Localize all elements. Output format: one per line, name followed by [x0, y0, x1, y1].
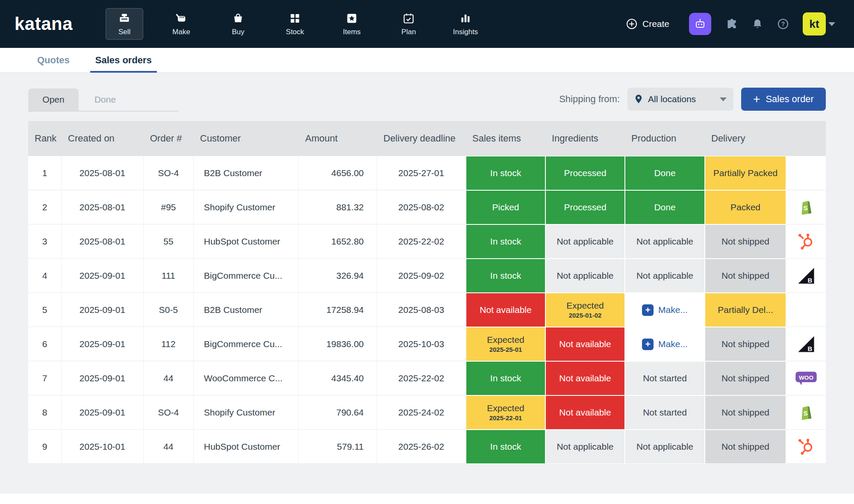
status-badge: Not shipped	[705, 362, 786, 395]
table-row[interactable]: 1 2025-08-01 SO-4 B2B Customer 4656.00 2…	[28, 156, 826, 190]
woocommerce-icon: WOO	[795, 370, 817, 387]
table-row[interactable]: 7 2025-09-01 44 WooCommerce C... 4345.40…	[28, 361, 826, 395]
account-chevron-down-icon[interactable]	[828, 22, 835, 26]
location-dropdown[interactable]: All locations	[627, 88, 733, 111]
production-status-cell: Not applicable	[625, 224, 705, 259]
delivery-deadline-cell: 2025-22-02	[377, 224, 466, 259]
plus-icon: +	[642, 339, 654, 350]
notifications-button[interactable]	[751, 18, 763, 30]
column-header: Sales items	[466, 121, 545, 156]
rank-cell: 5	[28, 293, 62, 327]
rank-cell: 7	[28, 361, 62, 395]
platform-icon-cell	[786, 224, 826, 259]
delivery-status-cell: Partially Packed	[705, 156, 786, 190]
order-number-link[interactable]: 112	[144, 327, 194, 361]
status-badge: Not applicable	[546, 225, 624, 258]
order-number-link[interactable]: 111	[144, 259, 194, 293]
question-icon: ?	[777, 18, 789, 30]
platform-icon-cell: WOO	[786, 361, 826, 395]
ingredients-status-cell: Not available	[545, 327, 625, 361]
ingredients-status-cell: Not applicable	[545, 430, 625, 464]
table-row[interactable]: 5 2025-09-01 S0-5 B2B Customer 17258.94 …	[28, 293, 826, 327]
tab-done[interactable]: Done	[79, 88, 132, 111]
order-number-link[interactable]: SO-4	[144, 156, 194, 190]
assistant-button[interactable]	[689, 13, 711, 35]
table-row[interactable]: 6 2025-09-01 112 BigCommerce Cu... 19836…	[28, 327, 826, 361]
svg-text:B: B	[807, 276, 812, 283]
orders-head-row: RankCreated onOrder #CustomerAmountDeliv…	[28, 121, 826, 156]
order-number-link[interactable]: SO-4	[144, 395, 194, 430]
new-sales-order-button[interactable]: + Sales order	[741, 88, 826, 111]
nav-item-plan[interactable]: Plan	[390, 8, 427, 40]
create-label: Create	[642, 19, 669, 29]
production-status-cell: Not applicable	[625, 430, 705, 464]
orders-tbody: 1 2025-08-01 SO-4 B2B Customer 4656.00 2…	[28, 156, 826, 464]
created-on-cell: 2025-09-01	[62, 361, 144, 395]
delivery-status-cell: Not shipped	[705, 259, 786, 293]
tab-quotes[interactable]: Quotes	[37, 48, 70, 72]
svg-text:?: ?	[781, 21, 785, 27]
nav-item-sell[interactable]: Sell	[106, 8, 143, 40]
top-navbar: katana Sell Make Buy Stock	[0, 0, 854, 48]
platform-icon-cell	[786, 293, 826, 327]
nav-item-stock[interactable]: Stock	[276, 8, 314, 40]
customer-cell: BigCommerce Cu...	[194, 259, 299, 293]
customer-cell: HubSpot Customer	[194, 430, 299, 464]
avatar-initials: kt	[809, 18, 819, 31]
nav-item-items[interactable]: Items	[333, 8, 371, 40]
production-status-cell: Not started	[625, 361, 705, 395]
order-number-link[interactable]: 44	[144, 361, 194, 395]
customer-cell: WooCommerce C...	[194, 361, 299, 395]
help-button[interactable]: ?	[777, 18, 789, 30]
nav-label: Make	[172, 28, 190, 36]
katana-logo: katana	[15, 14, 73, 34]
status-badge: Partially Packed	[705, 156, 786, 190]
status-badge: In stock	[466, 156, 545, 190]
order-number-link[interactable]: 44	[144, 430, 194, 464]
nav-label: Insights	[453, 28, 478, 36]
integrations-button[interactable]	[725, 18, 738, 30]
customer-cell: HubSpot Customer	[194, 224, 299, 259]
rank-cell: 4	[28, 259, 62, 293]
create-button[interactable]: Create	[626, 18, 669, 29]
column-header: Rank	[28, 121, 62, 156]
nav-label: Sell	[118, 28, 130, 36]
status-badge: Not available	[546, 327, 624, 361]
make-button[interactable]: +Make...	[625, 293, 704, 327]
table-row[interactable]: 3 2025-08-01 55 HubSpot Customer 1652.80…	[28, 224, 826, 259]
nav-item-make[interactable]: Make	[162, 8, 200, 40]
table-row[interactable]: 8 2025-09-01 SO-4 Shopify Customer 790.6…	[28, 395, 826, 430]
insights-icon	[459, 12, 472, 25]
delivery-status-cell: Not shipped	[705, 224, 786, 259]
sales-items-status-cell: In stock	[466, 361, 545, 395]
table-row[interactable]: 4 2025-09-01 111 BigCommerce Cu... 326.9…	[28, 259, 826, 293]
status-badge: Processed	[546, 156, 624, 190]
make-button[interactable]: +Make...	[625, 327, 704, 361]
svg-text:WOO: WOO	[798, 374, 813, 380]
delivery-status-cell: Not shipped	[705, 430, 786, 464]
table-row[interactable]: 9 2025-10-01 44 HubSpot Customer 579.11 …	[28, 430, 826, 464]
delivery-status-cell: Not shipped	[705, 395, 786, 430]
table-row[interactable]: 2 2025-08-01 #95 Shopify Customer 881.32…	[28, 190, 826, 224]
status-badge: Not available	[546, 362, 624, 395]
open-done-toggle: Open Done	[28, 88, 179, 112]
avatar[interactable]: kt	[803, 12, 826, 35]
ingredients-status-cell: Not applicable	[545, 224, 625, 259]
column-header: Order #	[144, 121, 194, 156]
status-badge: In stock	[466, 430, 545, 463]
nav-item-buy[interactable]: Buy	[219, 8, 257, 40]
sales-items-status-cell: Expected2025-22-01	[466, 395, 545, 430]
delivery-deadline-cell: 2025-08-02	[377, 190, 466, 224]
nav-item-insights[interactable]: Insights	[447, 8, 484, 40]
platform-icon-cell: B	[786, 259, 826, 293]
tab-open[interactable]: Open	[28, 88, 79, 111]
sales-orders-table: RankCreated onOrder #CustomerAmountDeliv…	[28, 121, 826, 464]
tab-sales-orders[interactable]: Sales orders	[95, 48, 152, 72]
ingredients-status-cell: Processed	[545, 156, 625, 190]
order-number-link[interactable]: 55	[144, 224, 194, 259]
order-number-link[interactable]: S0-5	[144, 293, 194, 327]
stock-icon	[289, 12, 301, 25]
status-badge: Not shipped	[705, 430, 786, 463]
column-header: Customer	[194, 121, 299, 156]
order-number-link[interactable]: #95	[144, 190, 194, 224]
